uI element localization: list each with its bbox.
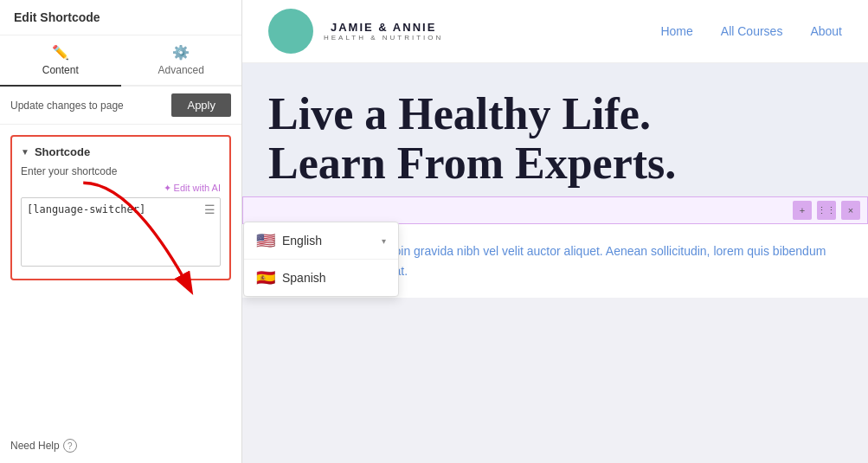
- help-circle-icon[interactable]: ?: [63, 439, 77, 453]
- widget-grid-button[interactable]: ⋮⋮: [817, 201, 836, 220]
- lang-option-spanish[interactable]: 🇪🇸 Spanish: [244, 260, 398, 296]
- need-help-label: Need Help: [10, 440, 60, 452]
- shortcode-input[interactable]: [language-switcher]: [21, 197, 221, 267]
- logo-area: JAMIE & ANNIE HEALTH & NUTRITION: [268, 9, 443, 54]
- logo-sub: HEALTH & NUTRITION: [324, 34, 443, 42]
- main-preview-area: JAMIE & ANNIE HEALTH & NUTRITION Home Al…: [242, 0, 868, 463]
- tabs-row: ✏️ Content ⚙️ Advanced: [0, 35, 241, 87]
- hero-area: Live a Healthy Life. Learn From Experts.: [242, 63, 868, 196]
- logo-circle: [268, 9, 313, 54]
- apply-button[interactable]: Apply: [171, 93, 231, 117]
- shortcode-input-area: [language-switcher] ☰: [21, 197, 221, 270]
- update-label: Update changes to page: [10, 100, 164, 112]
- lang-english-label: English: [282, 234, 322, 248]
- lang-option-english[interactable]: 🇺🇸 English ▾: [244, 222, 398, 260]
- flag-us-icon: 🇺🇸: [256, 231, 275, 250]
- nav-about[interactable]: About: [810, 24, 842, 38]
- language-dropdown: 🇺🇸 English ▾ 🇪🇸 Spanish: [243, 222, 399, 297]
- edit-shortcode-panel: Edit Shortcode ✏️ Content ⚙️ Advanced Up…: [0, 0, 242, 463]
- widget-close-button[interactable]: ×: [841, 201, 860, 220]
- chevron-down-icon: ▾: [382, 236, 386, 246]
- shortcode-field-label: Enter your shortcode: [21, 165, 221, 177]
- hero-line1: Live a Healthy Life.: [268, 89, 651, 138]
- widget-toolbar: + ⋮⋮ ×: [243, 197, 867, 223]
- advanced-icon: ⚙️: [172, 44, 190, 61]
- toolbar-row: Update changes to page Apply: [0, 87, 241, 125]
- panel-body: ▼ Shortcode Enter your shortcode ✦ Edit …: [0, 125, 241, 428]
- hero-title: Live a Healthy Life. Learn From Experts.: [268, 89, 842, 188]
- tab-content-label: Content: [42, 64, 79, 76]
- site-nav: Home All Courses About: [660, 24, 842, 38]
- align-icon: ☰: [204, 203, 215, 216]
- nav-all-courses[interactable]: All Courses: [721, 24, 783, 38]
- site-header: JAMIE & ANNIE HEALTH & NUTRITION Home Al…: [242, 0, 868, 63]
- widget-add-button[interactable]: +: [793, 201, 812, 220]
- lang-spanish-label: Spanish: [282, 271, 326, 285]
- tab-advanced-label: Advanced: [158, 64, 204, 76]
- grid-icon: ⋮⋮: [817, 205, 836, 216]
- widget-row: + ⋮⋮ × 🇺🇸 English ▾ 🇪🇸 Spanish: [242, 196, 868, 224]
- nav-home[interactable]: Home: [660, 24, 692, 38]
- hero-line2: Learn From Experts.: [268, 138, 676, 188]
- flag-es-icon: 🇪🇸: [256, 268, 275, 287]
- shortcode-heading: Shortcode: [35, 145, 90, 158]
- shortcode-header: ▼ Shortcode: [21, 145, 221, 158]
- tab-advanced[interactable]: ⚙️ Advanced: [121, 35, 242, 85]
- logo-text-block: JAMIE & ANNIE HEALTH & NUTRITION: [324, 21, 443, 42]
- edit-with-ai-button[interactable]: ✦ Edit with AI: [21, 183, 221, 194]
- shortcode-box: ▼ Shortcode Enter your shortcode ✦ Edit …: [10, 135, 231, 280]
- logo-name: JAMIE & ANNIE: [324, 21, 443, 34]
- need-help-row: Need Help ?: [0, 428, 241, 463]
- panel-title: Edit Shortcode: [0, 0, 241, 35]
- collapse-arrow-icon[interactable]: ▼: [21, 147, 29, 157]
- tab-content[interactable]: ✏️ Content: [0, 35, 121, 87]
- content-icon: ✏️: [52, 44, 69, 61]
